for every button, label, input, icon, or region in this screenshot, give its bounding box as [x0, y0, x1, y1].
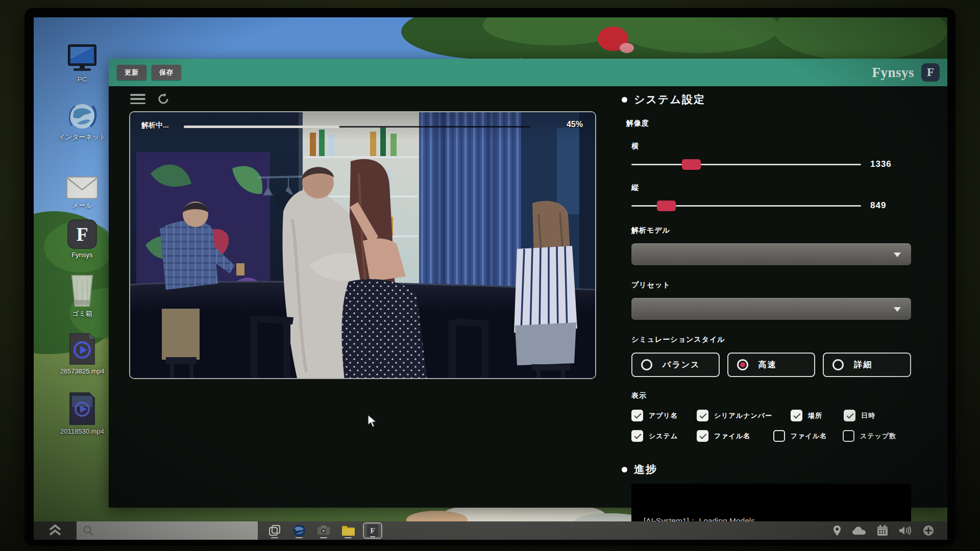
simulation-style-group: バランス 高速 詳細: [631, 353, 911, 377]
simulation-style-label: シミュレーションスタイル: [631, 335, 911, 344]
globe-icon: [54, 99, 111, 131]
camera-icon: [317, 525, 330, 536]
height-value: 849: [870, 201, 886, 211]
radio-fast[interactable]: 高速: [727, 353, 816, 377]
taskbar-fynsys[interactable]: F: [363, 522, 382, 539]
display-checkbox-row-2: システム ファイル名 ファイル名 ステップ数: [631, 430, 911, 442]
section-bullet-icon: [622, 467, 627, 472]
taskbar-browser[interactable]: [289, 522, 309, 539]
desktop-screen: PC インターネット メール F: [34, 17, 947, 540]
section-bullet-icon: [622, 97, 627, 103]
analysis-progress-bar: [184, 126, 530, 128]
desktop-icon-label: ゴミ箱: [54, 309, 111, 318]
mouse-cursor: [367, 414, 378, 429]
taskbar-app-windows[interactable]: [265, 522, 284, 539]
width-slider: 1336: [631, 159, 911, 169]
brand-logo-icon: F: [921, 63, 940, 82]
taskbar-tray: [833, 521, 947, 540]
desktop-icon-video2[interactable]: 20118530.mp4: [54, 391, 111, 435]
video-file-icon: [54, 391, 111, 425]
checkbox-icon: [697, 410, 708, 421]
width-value: 1336: [870, 159, 892, 169]
checkbox-icon: [631, 410, 643, 421]
display-checkbox-row-1: アプリ名 シリアルナンバー 場所 日時: [631, 410, 911, 421]
checkbox-icon: [773, 430, 785, 442]
checkbox-datetime[interactable]: 日時: [844, 410, 911, 421]
browser-globe-icon: [292, 524, 306, 537]
brand-name: Fynsys: [872, 65, 914, 81]
width-slider-handle[interactable]: [682, 159, 701, 170]
model-dropdown[interactable]: [631, 243, 911, 265]
menu-icon[interactable]: [130, 94, 145, 104]
checkbox-icon: [844, 410, 855, 421]
svg-text:F: F: [76, 223, 88, 245]
progress-title: 進捗: [634, 462, 657, 477]
desktop-icon-video1[interactable]: 28573825.mp4: [54, 332, 111, 375]
desktop-icon-label: 20118530.mp4: [54, 428, 111, 435]
analysis-progress-percent: 45%: [567, 120, 583, 129]
resolution-label: 解像度: [626, 119, 911, 128]
analysis-progress-fill: [184, 126, 339, 128]
checkbox-app-name[interactable]: アプリ名: [631, 410, 697, 421]
preset-dropdown[interactable]: [631, 298, 911, 320]
add-circle-icon[interactable]: [923, 525, 934, 536]
taskbar-camera[interactable]: [314, 522, 333, 539]
save-button[interactable]: 保存: [152, 65, 181, 80]
taskbar-files[interactable]: [338, 522, 358, 539]
chevron-down-icon: [894, 253, 901, 257]
desktop-icon-mail[interactable]: メール: [54, 167, 111, 210]
checkbox-file-name-1[interactable]: ファイル名: [697, 430, 773, 442]
radio-circle-icon: [832, 359, 844, 370]
checkbox-step-count[interactable]: ステップ数: [843, 430, 911, 442]
chevron-down-icon: [894, 307, 901, 312]
volume-icon[interactable]: [899, 525, 912, 536]
window-header: 更新 保存 Fynsys F: [109, 59, 947, 86]
checkbox-file-name-2[interactable]: ファイル名: [773, 430, 843, 442]
location-pin-icon[interactable]: [833, 525, 841, 536]
taskbar-search[interactable]: [77, 521, 258, 540]
height-slider-handle[interactable]: [657, 201, 676, 211]
radio-balance[interactable]: バランス: [631, 353, 720, 377]
desktop-icon-fynsys[interactable]: F Fynsys: [54, 217, 111, 259]
desktop-icon-internet[interactable]: インターネット: [54, 99, 111, 142]
desktop-icon-trash[interactable]: ゴミ箱: [54, 273, 111, 318]
refresh-icon[interactable]: [157, 92, 170, 106]
app-windows-icon: [268, 524, 281, 537]
display-label: 表示: [631, 391, 911, 400]
window-toolbar: [130, 92, 170, 106]
cloud-icon[interactable]: [852, 526, 866, 535]
width-slider-track[interactable]: [631, 164, 861, 165]
video-frame-bar-scene: [130, 112, 596, 379]
video-player[interactable]: 解析中... 45%: [129, 111, 596, 379]
checkbox-icon: [791, 410, 802, 421]
preset-label: プリセット: [631, 281, 911, 290]
checkbox-system[interactable]: システム: [631, 430, 697, 442]
trash-icon: [54, 273, 111, 307]
desktop-icon-label: Fynsys: [54, 251, 111, 259]
update-button[interactable]: 更新: [117, 65, 146, 80]
radio-circle-icon: [737, 359, 748, 370]
folder-icon: [341, 525, 355, 536]
height-slider-track[interactable]: [631, 205, 861, 207]
monitor-icon: [54, 42, 111, 73]
calendar-icon[interactable]: [877, 525, 888, 536]
fynsys-icon: F: [367, 524, 378, 537]
radio-circle-icon: [641, 359, 652, 370]
radio-detail[interactable]: 詳細: [823, 353, 911, 377]
checkbox-location[interactable]: 場所: [791, 410, 844, 421]
settings-panel: システム設定 解像度 横 1336 縦 849 解析モデル プリセ: [631, 92, 911, 540]
desktop-icon-pc[interactable]: PC: [54, 42, 111, 83]
taskbar-collapse-button[interactable]: [34, 521, 77, 540]
fynsys-window: 更新 保存 Fynsys F: [109, 59, 947, 508]
fynsys-app-icon: F: [54, 217, 111, 249]
brand: Fynsys F: [872, 63, 940, 82]
taskbar: F: [34, 521, 947, 540]
desktop-icon-label: PC: [54, 76, 111, 83]
checkbox-icon: [843, 430, 854, 442]
desktop-icon-label: インターネット: [54, 133, 111, 142]
model-label: 解析モデル: [631, 226, 911, 235]
checkbox-serial-number[interactable]: シリアルナンバー: [697, 410, 791, 421]
height-label: 縦: [631, 183, 911, 192]
taskbar-app-icons: F: [258, 521, 382, 540]
desktop-icon-label: 28573825.mp4: [54, 367, 111, 375]
